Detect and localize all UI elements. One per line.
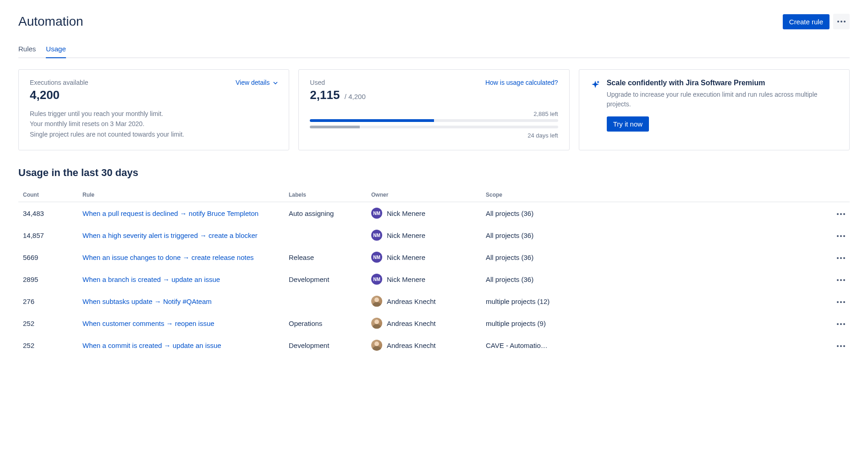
owner-name: Nick Menere <box>387 209 425 217</box>
premium-text: Upgrade to increase your rule execution … <box>607 90 838 109</box>
tab-usage[interactable]: Usage <box>46 42 66 58</box>
cell-count: 2895 <box>18 268 78 290</box>
used-card: Used How is usage calculated? 2,115 / 4,… <box>298 69 569 150</box>
svg-point-19 <box>840 323 842 325</box>
tabs: Rules Usage <box>18 42 850 58</box>
view-details-link[interactable]: View details <box>236 79 278 86</box>
premium-title: Scale confidently with Jira Software Pre… <box>607 79 838 87</box>
executions-left-text: 2,885 left <box>310 110 558 117</box>
svg-point-11 <box>843 257 845 259</box>
executions-text-1: Rules trigger until you reach your month… <box>30 109 278 119</box>
view-details-text: View details <box>236 79 269 86</box>
create-rule-button[interactable]: Create rule <box>783 14 830 29</box>
row-more-button[interactable] <box>837 231 845 239</box>
avatar <box>371 340 382 351</box>
cell-scope: CAVE - Automatio… <box>481 334 827 356</box>
executions-value: 4,200 <box>30 88 278 102</box>
days-left-text: 24 days left <box>310 132 558 139</box>
svg-point-3 <box>837 213 839 215</box>
rule-link[interactable]: When customer comments → reopen issue <box>82 320 214 327</box>
rule-link[interactable]: When a commit is created → update an iss… <box>82 342 221 349</box>
used-total: / 4,200 <box>345 93 366 100</box>
chevron-down-icon <box>273 82 278 84</box>
executions-text-3: Single project rules are not counted tow… <box>30 129 278 139</box>
cell-count: 252 <box>18 334 78 356</box>
cell-count: 5669 <box>18 246 78 268</box>
svg-point-7 <box>840 235 842 237</box>
avatar: NM <box>371 208 382 219</box>
cell-labels <box>284 224 367 246</box>
svg-point-14 <box>843 279 845 281</box>
svg-point-0 <box>837 21 839 22</box>
rule-link[interactable]: When a high severity alert is triggered … <box>82 231 258 239</box>
avatar: NM <box>371 230 382 241</box>
row-more-button[interactable] <box>837 342 845 349</box>
header-labels[interactable]: Labels <box>284 188 367 202</box>
cell-scope: All projects (36) <box>481 224 827 246</box>
usage-progress-fill <box>310 119 434 122</box>
cell-count: 14,857 <box>18 224 78 246</box>
cell-count: 34,483 <box>18 202 78 225</box>
row-more-button[interactable] <box>837 209 845 217</box>
rule-link[interactable]: When a pull request is declined → notify… <box>82 209 258 217</box>
avatar <box>371 318 382 329</box>
header-count[interactable]: Count <box>18 188 78 202</box>
svg-point-9 <box>837 257 839 259</box>
premium-card: Scale confidently with Jira Software Pre… <box>579 69 850 150</box>
rule-link[interactable]: When subtasks update → Notify #QAteam <box>82 298 212 305</box>
more-icon <box>837 257 845 259</box>
header-owner[interactable]: Owner <box>367 188 481 202</box>
cell-scope: multiple projects (12) <box>481 290 827 312</box>
more-icon <box>837 235 845 237</box>
usage-calculated-link[interactable]: How is usage calculated? <box>485 79 558 86</box>
executions-label: Executions available <box>30 79 88 86</box>
svg-point-8 <box>843 235 845 237</box>
more-icon <box>837 279 845 281</box>
executions-text-2: Your monthly limit resets on 3 Mar 2020. <box>30 119 278 129</box>
svg-point-13 <box>840 279 842 281</box>
more-actions-button[interactable] <box>833 14 850 29</box>
premium-sparkle-icon <box>590 80 600 92</box>
owner-name: Nick Menere <box>387 231 425 239</box>
try-it-now-button[interactable]: Try it now <box>607 116 649 132</box>
svg-point-4 <box>840 213 842 215</box>
owner-name: Nick Menere <box>387 276 425 283</box>
cell-count: 276 <box>18 290 78 312</box>
rule-link[interactable]: When a branch is created → update an iss… <box>82 276 220 283</box>
more-icon <box>837 323 845 325</box>
tab-rules[interactable]: Rules <box>18 42 36 58</box>
cell-labels: Release <box>284 246 367 268</box>
days-progress-bar <box>310 126 558 128</box>
cell-labels: Operations <box>284 312 367 334</box>
row-more-button[interactable] <box>837 276 845 283</box>
used-value: 2,115 <box>310 88 340 102</box>
header-rule[interactable]: Rule <box>78 188 284 202</box>
avatar: NM <box>371 274 382 285</box>
owner-name: Andreas Knecht <box>387 342 436 349</box>
svg-point-5 <box>843 213 845 215</box>
row-more-button[interactable] <box>837 320 845 327</box>
cell-labels: Development <box>284 334 367 356</box>
row-more-button[interactable] <box>837 254 845 261</box>
header-scope[interactable]: Scope <box>481 188 827 202</box>
rule-link[interactable]: When an issue changes to done → create r… <box>82 254 254 261</box>
svg-point-17 <box>843 301 845 303</box>
row-more-button[interactable] <box>837 298 845 305</box>
page-title: Automation <box>18 14 83 29</box>
days-progress-fill <box>310 126 359 128</box>
owner-name: Andreas Knecht <box>387 298 436 305</box>
svg-point-6 <box>837 235 839 237</box>
cell-scope: All projects (36) <box>481 202 827 225</box>
table-row: 2895When a branch is created → update an… <box>18 268 850 290</box>
cell-labels: Development <box>284 268 367 290</box>
svg-point-20 <box>843 323 845 325</box>
cell-scope: All projects (36) <box>481 246 827 268</box>
table-row: 252When customer comments → reopen issue… <box>18 312 850 334</box>
table-row: 276When subtasks update → Notify #QAteam… <box>18 290 850 312</box>
avatar <box>371 296 382 307</box>
svg-point-18 <box>837 323 839 325</box>
svg-point-10 <box>840 257 842 259</box>
cell-count: 252 <box>18 312 78 334</box>
svg-point-2 <box>844 21 846 22</box>
executions-card: Executions available View details 4,200 … <box>18 69 289 150</box>
